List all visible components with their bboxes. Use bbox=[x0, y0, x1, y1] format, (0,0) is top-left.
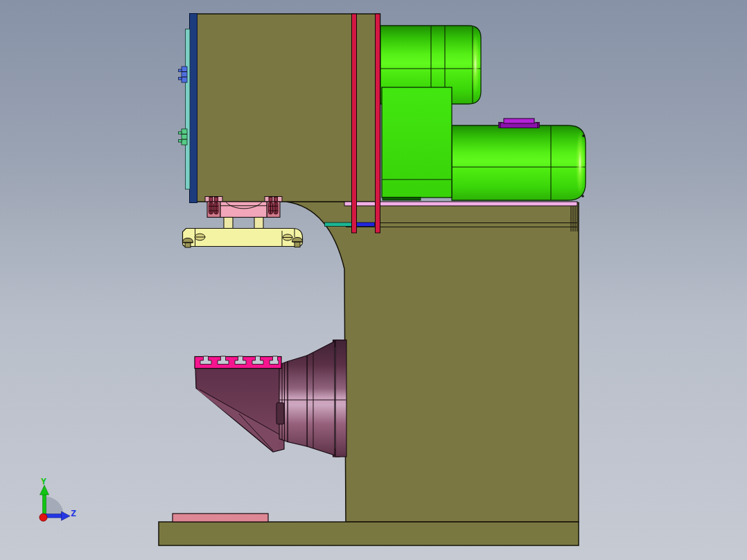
hub-rings bbox=[279, 362, 288, 442]
base-block[interactable] bbox=[159, 522, 579, 545]
z-axis-arrowhead bbox=[62, 511, 71, 520]
hub-flange bbox=[335, 340, 346, 457]
cone-hub[interactable] bbox=[276, 340, 346, 457]
blue-fitting[interactable] bbox=[355, 222, 375, 227]
machine-frame[interactable] bbox=[159, 14, 579, 545]
ram-cap-right bbox=[265, 197, 282, 202]
y-axis-shaft bbox=[43, 493, 46, 516]
vent-dot bbox=[583, 135, 585, 137]
guide-strip-right[interactable] bbox=[376, 14, 380, 233]
hub-end-cap bbox=[276, 403, 284, 424]
terminal-cap[interactable] bbox=[499, 119, 540, 128]
motor-assembly[interactable] bbox=[380, 26, 586, 200]
y-axis-label: Y bbox=[41, 476, 46, 487]
clip-green[interactable] bbox=[182, 129, 187, 145]
ram-post-left bbox=[224, 218, 233, 229]
ram-post-right bbox=[254, 218, 263, 229]
cap-highlight-lower bbox=[576, 131, 584, 195]
vent-dot bbox=[582, 195, 584, 198]
x-axis-dot bbox=[39, 514, 47, 521]
cad-render: Y Z bbox=[0, 0, 747, 560]
back-plate-group[interactable] bbox=[179, 14, 197, 203]
hub-cone-mid bbox=[288, 356, 307, 446]
triad-quarter-disc bbox=[44, 496, 64, 516]
teal-fitting[interactable] bbox=[325, 222, 354, 227]
t-slot-table[interactable] bbox=[195, 356, 281, 369]
gear-housing[interactable] bbox=[382, 87, 452, 198]
cover-strip[interactable] bbox=[186, 29, 191, 189]
clip-blue[interactable] bbox=[182, 67, 187, 82]
back-plate[interactable] bbox=[190, 14, 197, 203]
orientation-triad[interactable]: Y Z bbox=[39, 476, 76, 521]
y-axis-arrowhead bbox=[40, 485, 49, 495]
guide-strip-left[interactable] bbox=[352, 14, 357, 233]
z-axis-label: Z bbox=[71, 508, 76, 518]
gearbox-foot bbox=[383, 198, 421, 201]
ram-cap-left bbox=[205, 197, 222, 202]
lower-motor-cylinder[interactable] bbox=[452, 125, 586, 200]
cad-viewport[interactable]: Y Z bbox=[0, 0, 747, 560]
cap-highlight-upper bbox=[471, 34, 480, 95]
base-plate[interactable] bbox=[173, 514, 268, 522]
hub-cone-large bbox=[307, 342, 335, 456]
knee-bracket[interactable] bbox=[195, 368, 284, 452]
tool-holder-bar[interactable] bbox=[183, 229, 303, 248]
